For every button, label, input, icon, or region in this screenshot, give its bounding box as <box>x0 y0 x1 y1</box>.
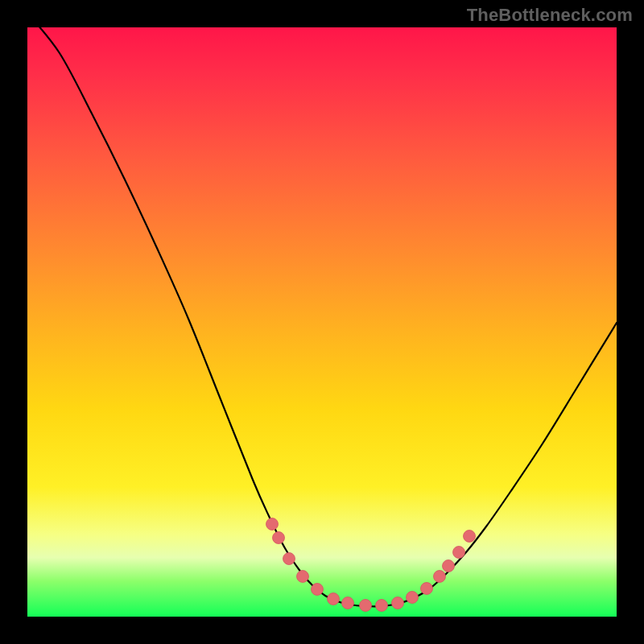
bottleneck-curve <box>27 27 617 606</box>
curve-marker-dot <box>464 530 476 543</box>
curve-marker-dot <box>453 547 465 559</box>
watermark-text: TheBottleneck.com <box>467 5 633 26</box>
curve-marker-dot <box>407 592 419 604</box>
curve-marker-dot <box>273 532 285 544</box>
curve-marker-dot <box>421 583 433 595</box>
chart-frame: TheBottleneck.com <box>0 0 644 644</box>
curve-marker-dot <box>266 518 279 530</box>
curve-marker-dot <box>297 571 309 583</box>
curve-marker-dot <box>342 597 354 609</box>
curve-marker-dot <box>283 553 295 565</box>
chart-svg <box>27 27 617 617</box>
curve-marker-dot <box>443 560 455 572</box>
curve-marker-dot <box>392 597 404 609</box>
curve-marker-dot <box>434 571 446 583</box>
curve-marker-dot <box>376 600 388 612</box>
curve-marker-dot <box>328 593 340 605</box>
curve-markers <box>266 518 476 612</box>
curve-marker-dot <box>312 584 324 596</box>
plot-area <box>27 27 617 617</box>
curve-marker-dot <box>360 600 372 612</box>
